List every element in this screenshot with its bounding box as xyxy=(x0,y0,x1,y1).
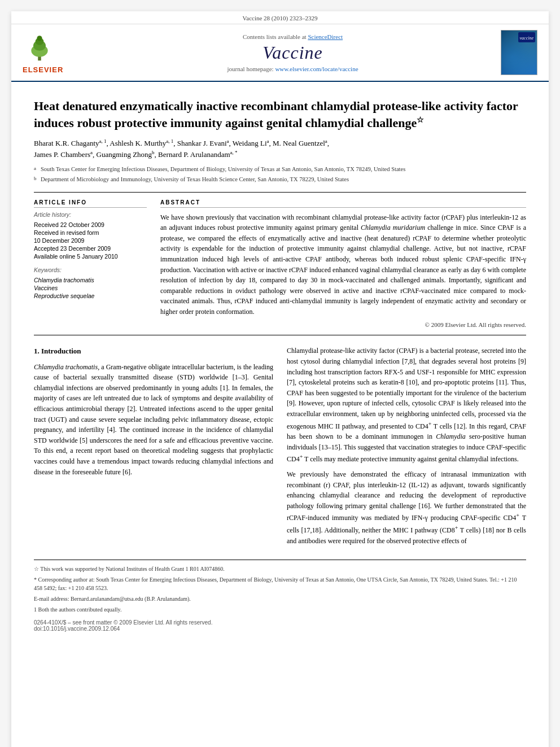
footnotes: ☆ This work was supported by National In… xyxy=(34,560,526,614)
article-content: Heat denatured enzymatically inactive re… xyxy=(11,82,549,643)
intro-para-1: Chlamydia trachomatis, a Gram-negative o… xyxy=(34,362,273,478)
keyword-3: Reproductive sequelae xyxy=(34,292,147,299)
journal-center: Contents lists available at ScienceDirec… xyxy=(85,33,501,72)
keywords-label: Keywords: xyxy=(34,267,147,273)
journal-title: Vaccine xyxy=(85,42,501,63)
sciencedirect-link[interactable]: ScienceDirect xyxy=(308,33,343,40)
introduction-section: 1. Introduction Chlamydia trachomatis, a… xyxy=(34,346,526,551)
intro-left-col: 1. Introduction Chlamydia trachomatis, a… xyxy=(34,346,273,551)
section-title: 1. Introduction xyxy=(34,346,273,357)
cover-journal-name: vaccine xyxy=(520,36,533,41)
introduction-two-col: 1. Introduction Chlamydia trachomatis, a… xyxy=(34,346,526,551)
footnote-2: * Corresponding author at: South Texas C… xyxy=(34,575,526,592)
elsevier-logo: ELSEVIER xyxy=(23,31,73,74)
article-info-abstract: ARTICLE INFO Article history: Received 2… xyxy=(34,199,526,329)
authors-line: Bharat K.R. Chagantya, 1, Ashlesh K. Mur… xyxy=(34,138,526,160)
bottom-identifiers: 0264-410X/$ – see front matter © 2009 El… xyxy=(34,619,526,632)
journal-identifier: Vaccine 28 (2010) 2323–2329 xyxy=(11,11,549,24)
doi-line: doi:10.1016/j.vaccine.2009.12.064 xyxy=(34,626,526,632)
elsevier-label: ELSEVIER xyxy=(23,65,73,74)
article-title: Heat denatured enzymatically inactive re… xyxy=(34,98,526,131)
intro-para-2: Chlamydial protease-like activity factor… xyxy=(287,346,526,465)
affiliation-b: b Department of Microbiology and Immunol… xyxy=(34,175,526,184)
journal-cover-thumbnail: vaccine xyxy=(501,30,537,75)
abstract-column: ABSTRACT We have shown previously that v… xyxy=(160,199,526,329)
intro-para-3: We previously have demonstrated the effi… xyxy=(287,469,526,546)
journal-volume-text: Vaccine 28 (2010) 2323–2329 xyxy=(243,15,318,21)
footnote-email: E-mail address: Bernard.arulanandam@utsa… xyxy=(34,595,526,603)
abstract-header: ABSTRACT xyxy=(160,199,526,208)
homepage-link[interactable]: www.elsevier.com/locate/vaccine xyxy=(275,65,358,72)
history-label: Article history: xyxy=(34,211,147,218)
article-info-column: ARTICLE INFO Article history: Received 2… xyxy=(34,199,147,329)
body-divider xyxy=(34,335,526,335)
journal-homepage: journal homepage: www.elsevier.com/locat… xyxy=(85,65,501,72)
journal-header: ELSEVIER Contents lists available at Sci… xyxy=(11,24,549,82)
received-revised-date: 10 December 2009 xyxy=(34,237,147,244)
elsevier-tree-icon xyxy=(23,31,56,62)
abstract-text: We have shown previously that vaccinatio… xyxy=(160,212,526,317)
header-divider xyxy=(34,192,526,193)
article-info-header: ARTICLE INFO xyxy=(34,199,147,208)
page: Vaccine 28 (2010) 2323–2329 ELSEVIER Con… xyxy=(11,11,549,747)
affiliations: a South Texas Center for Emerging Infect… xyxy=(34,165,526,184)
affiliation-a: a South Texas Center for Emerging Infect… xyxy=(34,165,526,174)
available-date: Available online 5 January 2010 xyxy=(34,253,147,260)
keyword-1: Chlamydia trachomatis xyxy=(34,277,147,283)
keywords-section: Keywords: Chlamydia trachomatis Vaccines… xyxy=(34,267,147,299)
accepted-date: Accepted 23 December 2009 xyxy=(34,245,147,252)
sciencedirect-line: Contents lists available at ScienceDirec… xyxy=(85,33,501,40)
footnote-1: ☆ This work was supported by National In… xyxy=(34,565,526,573)
abstract-copyright: © 2009 Elsevier Ltd. All rights reserved… xyxy=(160,321,526,328)
received-date: Received 22 October 2009 xyxy=(34,221,147,228)
keyword-2: Vaccines xyxy=(34,285,147,291)
footnote-3: 1 Both the authors contributed equally. xyxy=(34,605,526,614)
article-info-section: ARTICLE INFO Article history: Received 2… xyxy=(34,199,147,260)
issn-line: 0264-410X/$ – see front matter © 2009 El… xyxy=(34,619,526,626)
intro-right-col: Chlamydial protease-like activity factor… xyxy=(287,346,526,551)
received-revised-label: Received in revised form xyxy=(34,229,147,236)
svg-point-4 xyxy=(37,36,42,41)
